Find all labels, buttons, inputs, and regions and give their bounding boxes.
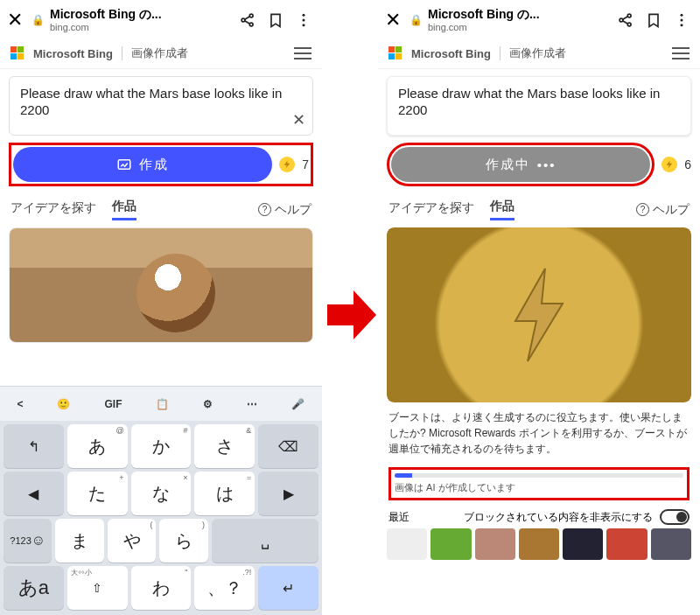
kb-tool-more-icon[interactable]: ⋯ xyxy=(247,398,257,410)
tab-explore[interactable]: アイデアを探す xyxy=(10,200,96,220)
hamburger-icon[interactable] xyxy=(672,47,690,59)
svg-point-12 xyxy=(681,14,683,17)
boost-promo-image xyxy=(387,227,691,402)
boost-coin-icon xyxy=(279,157,295,172)
help-link[interactable]: ? ヘルプ xyxy=(258,202,312,218)
svg-point-14 xyxy=(681,24,683,26)
thumb[interactable] xyxy=(563,528,603,560)
svg-point-3 xyxy=(303,14,305,17)
kb-tool-clipboard-icon[interactable]: 📋 xyxy=(156,398,169,410)
recent-toggle-label: ブロックされている内容を非表示にする xyxy=(464,510,653,525)
kb-tool-sticker-icon[interactable]: 🙂 xyxy=(57,398,70,410)
close-tab-icon[interactable]: ✕ xyxy=(385,10,401,30)
tab-explore[interactable]: アイデアを探す xyxy=(388,200,474,220)
tabs: アイデアを探す 作品 ? ヘルプ xyxy=(10,199,312,220)
hide-blocked-toggle[interactable] xyxy=(660,509,690,525)
key[interactable]: ↵ xyxy=(258,566,318,610)
page-domain: bing.com xyxy=(50,22,162,32)
page-domain: bing.com xyxy=(428,22,540,32)
product-label: 画像作成者 xyxy=(131,45,188,61)
key[interactable]: ⇧大⇔小 xyxy=(67,566,128,610)
hamburger-icon[interactable] xyxy=(294,47,312,59)
share-icon[interactable] xyxy=(616,11,635,29)
creating-button: 作成中 ••• xyxy=(391,147,650,182)
key[interactable]: ま xyxy=(55,519,103,563)
thumb[interactable] xyxy=(387,528,427,560)
help-icon: ? xyxy=(258,203,271,216)
lock-icon: 🔒 xyxy=(32,14,45,26)
prompt-input[interactable]: Please draw what the Mars base looks lik… xyxy=(9,76,313,136)
key[interactable]: 、？.?! xyxy=(194,566,255,610)
key[interactable]: ▶ xyxy=(258,472,318,515)
boost-promo-card[interactable] xyxy=(387,227,691,402)
svg-point-1 xyxy=(249,14,253,17)
recent-row: 最近 ブロックされている内容を非表示にする xyxy=(388,509,690,525)
page-title: Microsoft Bing の... xyxy=(50,8,162,21)
progress-bar xyxy=(395,473,683,478)
tab-works[interactable]: 作品 xyxy=(490,199,514,220)
more-icon[interactable] xyxy=(672,11,691,29)
key[interactable]: な× xyxy=(131,472,192,515)
share-icon[interactable] xyxy=(238,11,257,29)
kb-tool-mic-icon[interactable]: 🎤 xyxy=(291,398,304,410)
key[interactable]: や( xyxy=(108,519,156,563)
boost-info-text: ブーストは、より速く生成するのに役立ちます。使い果たしましたか? Microso… xyxy=(388,409,690,457)
thumb[interactable] xyxy=(606,528,647,560)
key[interactable]: さ& xyxy=(194,424,255,468)
close-tab-icon[interactable]: ✕ xyxy=(7,10,23,30)
brand-label: Microsoft Bing xyxy=(411,47,491,60)
address-bar[interactable]: 🔒 Microsoft Bing の... bing.com xyxy=(410,8,607,31)
keyboard-toolbar: < 🙂 GIF 📋 ⚙ ⋯ 🎤 xyxy=(0,386,322,421)
kb-tool-settings-icon[interactable]: ⚙ xyxy=(203,398,213,410)
thumb[interactable] xyxy=(519,528,559,560)
key[interactable]: ⌫ xyxy=(258,424,318,468)
progress-block: 画像は AI が作成しています xyxy=(388,467,690,500)
svg-marker-16 xyxy=(515,269,563,361)
help-link[interactable]: ? ヘルプ xyxy=(636,202,690,218)
brand-label: Microsoft Bing xyxy=(33,47,113,60)
svg-marker-8 xyxy=(327,290,376,339)
key[interactable]: ?123 ☺ xyxy=(4,519,52,563)
kb-tool-gif[interactable]: GIF xyxy=(104,398,122,410)
tabs: アイデアを探す 作品 ? ヘルプ xyxy=(388,199,690,220)
more-icon[interactable] xyxy=(294,11,313,29)
thumb[interactable] xyxy=(651,528,691,560)
key[interactable]: た+ xyxy=(67,472,128,515)
loading-dots-icon: ••• xyxy=(537,157,556,172)
sample-image-card[interactable] xyxy=(9,227,313,343)
svg-marker-15 xyxy=(667,161,673,168)
key[interactable]: ら) xyxy=(159,519,207,563)
screenshot-before: ✕ 🔒 Microsoft Bing の... bing.com Microso… xyxy=(0,0,322,615)
key[interactable]: か# xyxy=(131,424,192,468)
key[interactable]: わ" xyxy=(131,566,192,610)
image-create-icon xyxy=(116,157,132,172)
thumb[interactable] xyxy=(475,528,515,560)
divider xyxy=(122,46,122,60)
address-bar[interactable]: 🔒 Microsoft Bing の... bing.com xyxy=(32,8,229,31)
recent-label: 最近 xyxy=(388,510,410,525)
clear-icon[interactable]: ✕ xyxy=(292,110,305,129)
microsoft-logo-icon xyxy=(388,46,402,60)
create-row: 作成 7 xyxy=(9,143,313,186)
bookmark-icon[interactable] xyxy=(266,11,285,29)
svg-point-10 xyxy=(627,14,631,17)
thumb[interactable] xyxy=(430,528,471,560)
key[interactable]: ↰ xyxy=(4,424,64,468)
help-label: ヘルプ xyxy=(275,202,312,218)
transition-arrow-icon xyxy=(327,289,376,341)
product-label: 画像作成者 xyxy=(509,45,566,61)
key[interactable]: ◀ xyxy=(4,472,64,515)
tab-works[interactable]: 作品 xyxy=(112,199,136,220)
bing-header: Microsoft Bing 画像作成者 xyxy=(378,38,700,69)
lightning-bolt-icon xyxy=(508,267,570,363)
boost-coin-icon xyxy=(662,157,677,172)
svg-rect-6 xyxy=(118,160,130,170)
prompt-input[interactable]: Please draw what the Mars base looks lik… xyxy=(387,76,691,136)
key[interactable]: あ@ xyxy=(67,424,128,468)
create-button[interactable]: 作成 xyxy=(13,147,272,182)
bookmark-icon[interactable] xyxy=(644,11,663,29)
key[interactable]: ␣ xyxy=(212,519,318,563)
kb-tool-collapse-icon[interactable]: < xyxy=(17,398,23,410)
key[interactable]: は= xyxy=(194,472,255,515)
key[interactable]: あa xyxy=(4,566,64,610)
